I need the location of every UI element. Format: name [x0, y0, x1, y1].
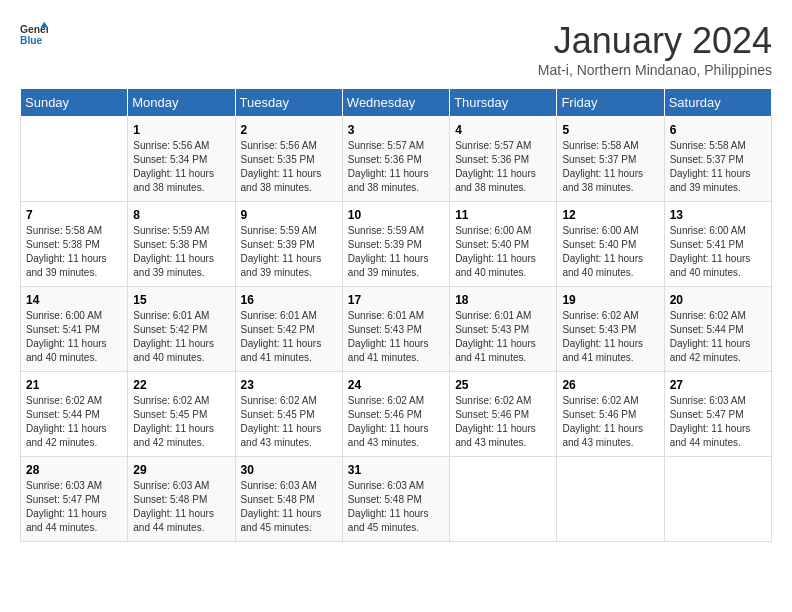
- day-number: 23: [241, 378, 337, 392]
- day-number: 16: [241, 293, 337, 307]
- day-info: Sunrise: 5:58 AM Sunset: 5:37 PM Dayligh…: [670, 139, 766, 195]
- day-number: 1: [133, 123, 229, 137]
- day-number: 26: [562, 378, 658, 392]
- day-info: Sunrise: 6:02 AM Sunset: 5:45 PM Dayligh…: [133, 394, 229, 450]
- calendar-cell: 6Sunrise: 5:58 AM Sunset: 5:37 PM Daylig…: [664, 117, 771, 202]
- day-info: Sunrise: 6:03 AM Sunset: 5:47 PM Dayligh…: [670, 394, 766, 450]
- day-info: Sunrise: 6:03 AM Sunset: 5:48 PM Dayligh…: [241, 479, 337, 535]
- calendar-cell: 24Sunrise: 6:02 AM Sunset: 5:46 PM Dayli…: [342, 372, 449, 457]
- day-number: 10: [348, 208, 444, 222]
- page-header: General Blue January 2024 Mat-i, Norther…: [20, 20, 772, 78]
- calendar-cell: 11Sunrise: 6:00 AM Sunset: 5:40 PM Dayli…: [450, 202, 557, 287]
- calendar-cell: [664, 457, 771, 542]
- day-info: Sunrise: 6:01 AM Sunset: 5:43 PM Dayligh…: [455, 309, 551, 365]
- calendar-subtitle: Mat-i, Northern Mindanao, Philippines: [538, 62, 772, 78]
- logo: General Blue: [20, 20, 48, 48]
- day-number: 22: [133, 378, 229, 392]
- day-number: 5: [562, 123, 658, 137]
- calendar-cell: 16Sunrise: 6:01 AM Sunset: 5:42 PM Dayli…: [235, 287, 342, 372]
- calendar-cell: 22Sunrise: 6:02 AM Sunset: 5:45 PM Dayli…: [128, 372, 235, 457]
- day-info: Sunrise: 5:56 AM Sunset: 5:34 PM Dayligh…: [133, 139, 229, 195]
- day-info: Sunrise: 6:00 AM Sunset: 5:40 PM Dayligh…: [562, 224, 658, 280]
- calendar-cell: 9Sunrise: 5:59 AM Sunset: 5:39 PM Daylig…: [235, 202, 342, 287]
- col-monday: Monday: [128, 89, 235, 117]
- day-number: 12: [562, 208, 658, 222]
- day-info: Sunrise: 5:59 AM Sunset: 5:38 PM Dayligh…: [133, 224, 229, 280]
- calendar-cell: 19Sunrise: 6:02 AM Sunset: 5:43 PM Dayli…: [557, 287, 664, 372]
- day-info: Sunrise: 6:02 AM Sunset: 5:46 PM Dayligh…: [455, 394, 551, 450]
- day-number: 31: [348, 463, 444, 477]
- calendar-cell: 20Sunrise: 6:02 AM Sunset: 5:44 PM Dayli…: [664, 287, 771, 372]
- day-info: Sunrise: 5:57 AM Sunset: 5:36 PM Dayligh…: [348, 139, 444, 195]
- calendar-cell: 18Sunrise: 6:01 AM Sunset: 5:43 PM Dayli…: [450, 287, 557, 372]
- day-info: Sunrise: 5:57 AM Sunset: 5:36 PM Dayligh…: [455, 139, 551, 195]
- day-info: Sunrise: 6:02 AM Sunset: 5:43 PM Dayligh…: [562, 309, 658, 365]
- day-info: Sunrise: 6:01 AM Sunset: 5:43 PM Dayligh…: [348, 309, 444, 365]
- day-number: 19: [562, 293, 658, 307]
- day-number: 4: [455, 123, 551, 137]
- calendar-cell: 3Sunrise: 5:57 AM Sunset: 5:36 PM Daylig…: [342, 117, 449, 202]
- col-tuesday: Tuesday: [235, 89, 342, 117]
- day-number: 13: [670, 208, 766, 222]
- logo-icon: General Blue: [20, 20, 48, 48]
- day-info: Sunrise: 6:03 AM Sunset: 5:47 PM Dayligh…: [26, 479, 122, 535]
- calendar-table: Sunday Monday Tuesday Wednesday Thursday…: [20, 88, 772, 542]
- day-info: Sunrise: 6:02 AM Sunset: 5:44 PM Dayligh…: [670, 309, 766, 365]
- calendar-cell: 15Sunrise: 6:01 AM Sunset: 5:42 PM Dayli…: [128, 287, 235, 372]
- day-number: 3: [348, 123, 444, 137]
- day-number: 29: [133, 463, 229, 477]
- calendar-week-4: 28Sunrise: 6:03 AM Sunset: 5:47 PM Dayli…: [21, 457, 772, 542]
- day-number: 28: [26, 463, 122, 477]
- calendar-cell: 30Sunrise: 6:03 AM Sunset: 5:48 PM Dayli…: [235, 457, 342, 542]
- day-info: Sunrise: 5:59 AM Sunset: 5:39 PM Dayligh…: [348, 224, 444, 280]
- calendar-week-1: 7Sunrise: 5:58 AM Sunset: 5:38 PM Daylig…: [21, 202, 772, 287]
- day-number: 14: [26, 293, 122, 307]
- col-sunday: Sunday: [21, 89, 128, 117]
- day-info: Sunrise: 5:59 AM Sunset: 5:39 PM Dayligh…: [241, 224, 337, 280]
- day-info: Sunrise: 6:01 AM Sunset: 5:42 PM Dayligh…: [133, 309, 229, 365]
- day-number: 2: [241, 123, 337, 137]
- calendar-cell: 13Sunrise: 6:00 AM Sunset: 5:41 PM Dayli…: [664, 202, 771, 287]
- calendar-cell: 10Sunrise: 5:59 AM Sunset: 5:39 PM Dayli…: [342, 202, 449, 287]
- day-info: Sunrise: 6:02 AM Sunset: 5:46 PM Dayligh…: [562, 394, 658, 450]
- calendar-header: Sunday Monday Tuesday Wednesday Thursday…: [21, 89, 772, 117]
- day-number: 15: [133, 293, 229, 307]
- day-info: Sunrise: 6:03 AM Sunset: 5:48 PM Dayligh…: [133, 479, 229, 535]
- calendar-cell: 31Sunrise: 6:03 AM Sunset: 5:48 PM Dayli…: [342, 457, 449, 542]
- calendar-cell: 23Sunrise: 6:02 AM Sunset: 5:45 PM Dayli…: [235, 372, 342, 457]
- calendar-cell: [557, 457, 664, 542]
- calendar-cell: 1Sunrise: 5:56 AM Sunset: 5:34 PM Daylig…: [128, 117, 235, 202]
- day-info: Sunrise: 6:00 AM Sunset: 5:40 PM Dayligh…: [455, 224, 551, 280]
- calendar-cell: 12Sunrise: 6:00 AM Sunset: 5:40 PM Dayli…: [557, 202, 664, 287]
- day-number: 27: [670, 378, 766, 392]
- calendar-week-2: 14Sunrise: 6:00 AM Sunset: 5:41 PM Dayli…: [21, 287, 772, 372]
- calendar-title: January 2024: [538, 20, 772, 62]
- day-number: 20: [670, 293, 766, 307]
- day-info: Sunrise: 6:01 AM Sunset: 5:42 PM Dayligh…: [241, 309, 337, 365]
- calendar-cell: 29Sunrise: 6:03 AM Sunset: 5:48 PM Dayli…: [128, 457, 235, 542]
- calendar-cell: 26Sunrise: 6:02 AM Sunset: 5:46 PM Dayli…: [557, 372, 664, 457]
- calendar-cell: [450, 457, 557, 542]
- day-number: 24: [348, 378, 444, 392]
- calendar-cell: 21Sunrise: 6:02 AM Sunset: 5:44 PM Dayli…: [21, 372, 128, 457]
- title-section: January 2024 Mat-i, Northern Mindanao, P…: [538, 20, 772, 78]
- day-number: 25: [455, 378, 551, 392]
- day-number: 8: [133, 208, 229, 222]
- day-info: Sunrise: 6:00 AM Sunset: 5:41 PM Dayligh…: [670, 224, 766, 280]
- day-number: 30: [241, 463, 337, 477]
- day-number: 7: [26, 208, 122, 222]
- svg-text:Blue: Blue: [20, 35, 43, 46]
- calendar-cell: 8Sunrise: 5:59 AM Sunset: 5:38 PM Daylig…: [128, 202, 235, 287]
- calendar-cell: [21, 117, 128, 202]
- day-info: Sunrise: 6:02 AM Sunset: 5:44 PM Dayligh…: [26, 394, 122, 450]
- header-row: Sunday Monday Tuesday Wednesday Thursday…: [21, 89, 772, 117]
- col-thursday: Thursday: [450, 89, 557, 117]
- calendar-cell: 5Sunrise: 5:58 AM Sunset: 5:37 PM Daylig…: [557, 117, 664, 202]
- day-info: Sunrise: 5:56 AM Sunset: 5:35 PM Dayligh…: [241, 139, 337, 195]
- calendar-cell: 27Sunrise: 6:03 AM Sunset: 5:47 PM Dayli…: [664, 372, 771, 457]
- calendar-cell: 17Sunrise: 6:01 AM Sunset: 5:43 PM Dayli…: [342, 287, 449, 372]
- day-info: Sunrise: 6:00 AM Sunset: 5:41 PM Dayligh…: [26, 309, 122, 365]
- day-info: Sunrise: 5:58 AM Sunset: 5:38 PM Dayligh…: [26, 224, 122, 280]
- day-number: 11: [455, 208, 551, 222]
- day-info: Sunrise: 6:03 AM Sunset: 5:48 PM Dayligh…: [348, 479, 444, 535]
